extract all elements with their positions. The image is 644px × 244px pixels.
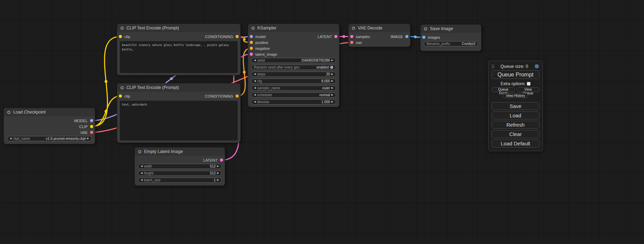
save-button[interactable]: Save — [492, 102, 539, 110]
queue-prompt-button[interactable]: Queue Prompt — [492, 70, 539, 79]
widget-sampler-name[interactable]: ◀ sampler_name euler ▶ — [251, 85, 336, 91]
node-title-bar[interactable]: Load Checkpoint — [4, 108, 95, 116]
clear-button[interactable]: Clear — [492, 130, 539, 138]
node-ksampler[interactable]: KSampler model LATENT positive negative … — [248, 24, 339, 107]
node-graph-canvas[interactable]: Load Checkpoint MODEL CLIP VAE ◀ ckpt_na… — [0, 0, 644, 244]
load-default-button[interactable]: Load Default — [492, 139, 539, 147]
widget-height[interactable]: ◀ height 512 ▶ — [138, 171, 222, 176]
prompt-textarea[interactable]: text, watermark — [120, 101, 238, 141]
arrow-right-icon[interactable]: ▶ — [217, 179, 219, 181]
collapse-dot-icon[interactable] — [121, 86, 124, 89]
slot-label: CONDITIONING — [205, 94, 233, 98]
arrow-right-icon[interactable]: ▶ — [332, 87, 333, 89]
widget-seed[interactable]: ◀ seed 156680208700286 ▶ — [251, 58, 336, 63]
arrow-right-icon[interactable]: ▶ — [332, 94, 333, 96]
arrow-left-icon[interactable]: ◀ — [141, 179, 142, 181]
arrow-left-icon[interactable]: ◀ — [254, 73, 256, 75]
output-slot-clip: CLIP — [4, 124, 95, 129]
arrow-left-icon[interactable]: ◀ — [10, 137, 11, 140]
arrow-right-icon[interactable]: ▶ — [332, 80, 333, 82]
slot-row: clip CONDITIONING — [117, 93, 240, 99]
gear-icon[interactable] — [534, 64, 539, 69]
slot-label: MODEL — [74, 119, 88, 123]
output-port-latent[interactable] — [220, 159, 223, 162]
slot-label: clip — [124, 94, 130, 98]
arrow-right-icon[interactable]: ▶ — [217, 172, 219, 174]
collapse-dot-icon[interactable] — [121, 27, 124, 30]
collapse-dot-icon[interactable] — [352, 27, 355, 30]
widget-filename-prefix[interactable]: filename_prefix ComfyUI — [424, 41, 478, 46]
node-vae-decode[interactable]: VAE Decode samples IMAGE vae — [348, 24, 411, 47]
collapse-dot-icon[interactable] — [7, 111, 10, 114]
prompt-textarea[interactable]: beautiful scenery nature glass bottle la… — [120, 41, 238, 73]
node-title-bar[interactable]: KSampler — [248, 24, 339, 32]
collapse-dot-icon[interactable] — [138, 150, 141, 153]
drag-handle-icon[interactable] — [492, 64, 494, 68]
input-port-clip[interactable] — [119, 35, 122, 38]
widget-scheduler[interactable]: ◀ scheduler normal ▶ — [251, 92, 336, 98]
arrow-right-icon[interactable]: ▶ — [332, 73, 333, 75]
output-port-clip[interactable] — [90, 125, 93, 128]
arrow-left-icon[interactable]: ◀ — [254, 87, 256, 89]
output-port-latent[interactable] — [334, 35, 337, 38]
arrow-left-icon[interactable]: ◀ — [254, 59, 256, 62]
view-history-button[interactable]: View History — [503, 93, 528, 98]
collapse-dot-icon[interactable] — [252, 27, 255, 30]
slot-label: images — [428, 35, 440, 39]
input-port-images[interactable] — [422, 36, 425, 39]
output-port-vae[interactable] — [90, 131, 93, 134]
queue-front-button[interactable]: Queue Front — [492, 87, 515, 92]
node-load-checkpoint[interactable]: Load Checkpoint MODEL CLIP VAE ◀ ckpt_na… — [3, 108, 95, 144]
slot-label: CONDITIONING — [205, 35, 233, 39]
output-port-conditioning[interactable] — [236, 94, 239, 98]
slot-label: vae — [356, 40, 362, 45]
refresh-button[interactable]: Refresh — [492, 121, 539, 129]
output-port-model[interactable] — [90, 119, 93, 122]
node-title-bar[interactable]: Empty Latent Image — [135, 147, 225, 156]
node-title-bar[interactable]: Save Image — [421, 25, 481, 33]
node-clip-text-encode-positive[interactable]: CLIP Text Encode (Prompt) clip CONDITION… — [117, 24, 241, 75]
arrow-left-icon[interactable]: ◀ — [141, 172, 142, 174]
widget-cfg[interactable]: ◀ cfg 8.000 ▶ — [251, 79, 336, 84]
widget-label: sampler_name — [257, 86, 280, 90]
arrow-left-icon[interactable]: ◀ — [141, 165, 142, 168]
node-title-bar[interactable]: VAE Decode — [349, 24, 410, 32]
widget-batch-size[interactable]: ◀ batch_size 1 ▶ — [138, 178, 222, 183]
queue-panel: Queue size: 0 Queue Prompt Extra options — [488, 61, 543, 151]
output-port-conditioning[interactable] — [236, 35, 239, 38]
arrow-right-icon[interactable]: ▶ — [217, 165, 219, 168]
collapse-dot-icon[interactable] — [424, 27, 427, 30]
node-title-bar[interactable]: CLIP Text Encode (Prompt) — [117, 24, 240, 32]
input-port-negative[interactable] — [250, 47, 253, 50]
arrow-right-icon[interactable]: ▶ — [332, 59, 333, 62]
input-port-vae[interactable] — [350, 41, 353, 44]
widget-label: seed — [257, 58, 265, 62]
slot-label: IMAGE — [391, 35, 403, 39]
input-slot-images: images — [421, 34, 481, 40]
arrow-right-icon[interactable]: ▶ — [87, 137, 89, 140]
output-port-image[interactable] — [405, 35, 408, 38]
input-port-positive[interactable] — [250, 41, 253, 44]
input-port-clip[interactable] — [119, 94, 122, 98]
arrow-left-icon[interactable]: ◀ — [254, 94, 256, 96]
widget-width[interactable]: ◀ width 512 ▶ — [138, 164, 222, 169]
arrow-right-icon[interactable]: ▶ — [332, 101, 333, 103]
widget-random-seed-toggle[interactable]: Random seed after every gen enabled — [251, 65, 336, 70]
arrow-left-icon[interactable]: ◀ — [254, 80, 256, 82]
input-port-latent-image[interactable] — [250, 53, 253, 56]
load-button[interactable]: Load — [492, 111, 539, 119]
input-port-samples[interactable] — [350, 35, 353, 38]
toggle-on-icon[interactable] — [330, 66, 333, 69]
view-queue-button[interactable]: View Queue — [517, 87, 539, 92]
node-save-image[interactable]: Save Image images filename_prefix ComfyU… — [420, 24, 482, 51]
node-title-bar[interactable]: CLIP Text Encode (Prompt) — [117, 83, 240, 92]
extra-options-checkbox[interactable] — [527, 82, 530, 85]
input-port-model[interactable] — [250, 35, 253, 38]
widget-ckpt-name[interactable]: ◀ ckpt_name v1-5-pruned-emaonly.ckpt ▶ — [7, 136, 92, 141]
node-empty-latent-image[interactable]: Empty Latent Image LATENT ◀ width 512 ▶ … — [134, 147, 225, 186]
widget-value: 8.000 — [321, 79, 330, 83]
widget-steps[interactable]: ◀ steps 20 ▶ — [251, 72, 336, 77]
widget-denoise[interactable]: ◀ denoise 1.000 ▶ — [251, 99, 336, 105]
node-clip-text-encode-negative[interactable]: CLIP Text Encode (Prompt) clip CONDITION… — [117, 83, 241, 143]
arrow-left-icon[interactable]: ◀ — [254, 101, 256, 103]
